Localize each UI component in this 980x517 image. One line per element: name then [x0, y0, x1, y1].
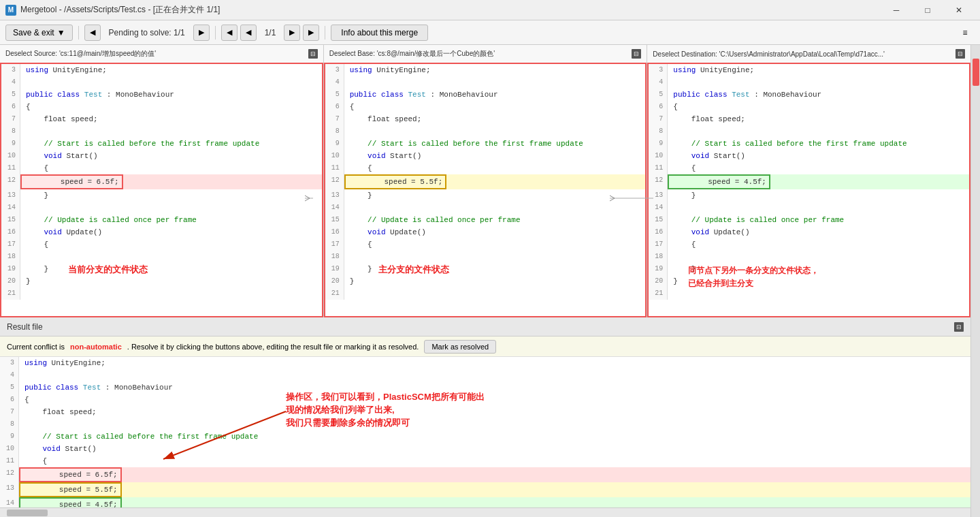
- dest-header-text: Deselect Destination: 'C:\Users\Administ…: [653, 50, 885, 58]
- code-line: 14: [325, 202, 646, 214]
- result-line-highlight-yellow: 13 speed = 5.5f;: [0, 482, 970, 497]
- base-code-content[interactable]: 3using UnityEngine; 4 5public class Test…: [324, 64, 647, 317]
- code-line: 6{: [649, 101, 969, 113]
- save-exit-label: Save & exit: [13, 28, 54, 37]
- close-button[interactable]: ✕: [943, 0, 975, 20]
- code-line: 14: [1, 202, 322, 214]
- result-line: 3using UnityEngine;: [0, 357, 970, 369]
- code-line: 8: [1, 125, 322, 138]
- scroll-thumb-vertical: [973, 59, 979, 86]
- result-line: 7 float speed;: [0, 406, 970, 418]
- maximize-button[interactable]: □: [912, 0, 943, 20]
- code-line: 20}: [1, 275, 322, 287]
- toolbar: Save & exit ▼ ◀ Pending to solve: 1/1 ▶ …: [0, 20, 980, 45]
- code-line: 19 }: [1, 263, 322, 275]
- next-button[interactable]: ▶: [284, 25, 300, 41]
- hamburger-icon[interactable]: ≡: [956, 23, 975, 42]
- prev-button[interactable]: ◀: [221, 25, 238, 41]
- code-line: 10 void Start(): [1, 150, 322, 162]
- code-line: 18: [325, 251, 646, 263]
- save-exit-button[interactable]: Save & exit ▼: [5, 25, 73, 41]
- source-panel-toggle[interactable]: ⊟: [308, 49, 318, 59]
- result-line: 4: [0, 369, 970, 381]
- non-automatic-badge: non-automatic: [70, 343, 122, 351]
- code-line: 6{: [1, 101, 322, 113]
- window-title: Mergetool - /Assets/Scripts/Test.cs - [正…: [20, 4, 881, 16]
- dest-panel: Deselect Destination: 'C:\Users\Administ…: [647, 45, 970, 317]
- code-line: 16 void Update(): [1, 226, 322, 238]
- dest-code-content[interactable]: 3using UnityEngine; 4 5public class Test…: [647, 64, 970, 317]
- code-line: 7 float speed;: [325, 113, 646, 125]
- code-line: 8: [325, 125, 646, 138]
- result-line: 6{: [0, 394, 970, 406]
- conflict-text: Current conflict is: [7, 343, 65, 351]
- dest-panel-toggle[interactable]: ⊟: [956, 49, 965, 59]
- code-line: 21: [325, 287, 646, 300]
- code-line: 11 {: [649, 162, 969, 174]
- separator: [78, 26, 79, 40]
- code-line: 3using UnityEngine;: [1, 64, 322, 76]
- code-line: 15 // Update is called once per frame: [1, 214, 322, 226]
- source-code-content[interactable]: 3using UnityEngine; 4 5public class Test…: [0, 64, 323, 317]
- source-header-text: Deselect Source: 'cs:11@/main/增加speed的的值…: [5, 49, 156, 59]
- base-panel-header: Deselect Base: 'cs:8@/main/修改最后一个Cube的颜色…: [324, 45, 647, 64]
- code-line: 7 float speed;: [1, 113, 322, 125]
- window-controls: ─ □ ✕: [881, 0, 975, 20]
- back-button[interactable]: ◀: [84, 25, 101, 41]
- code-line: 4: [325, 76, 646, 89]
- code-line: 9 // Start is called before the first fr…: [325, 138, 646, 150]
- base-panel-toggle[interactable]: ⊟: [632, 49, 641, 59]
- forward-button[interactable]: ▶: [193, 25, 210, 41]
- base-annotation: 主分支的文件状态: [378, 264, 449, 277]
- minimize-button[interactable]: ─: [881, 0, 912, 20]
- code-line: 10 void Start(): [325, 150, 646, 162]
- code-line: 21: [1, 287, 322, 300]
- content-area: Deselect Source: 'cs:11@/main/增加speed的的值…: [0, 45, 970, 517]
- code-line: 5public class Test : MonoBehaviour: [649, 89, 969, 101]
- mark-resolved-button[interactable]: Mark as resolved: [424, 340, 496, 354]
- result-title: Result file: [7, 322, 43, 332]
- result-horizontal-scrollbar[interactable]: [0, 507, 970, 517]
- prev2-button[interactable]: ◀: [240, 25, 257, 41]
- result-code-content[interactable]: 3using UnityEngine; 4 5public class Test…: [0, 357, 970, 507]
- code-line-highlight: 12 speed = 4.5f;: [649, 174, 969, 189]
- code-line: 11 {: [1, 162, 322, 174]
- resolve-instruction: . Resolve it by clicking the buttons abo…: [127, 343, 419, 351]
- code-line: 13 }: [649, 189, 969, 202]
- code-line-highlight: 12 speed = 6.5f;: [1, 174, 322, 189]
- result-line-highlight-green: 14 speed = 4.5f;: [0, 497, 970, 507]
- code-line: 4: [649, 76, 969, 89]
- source-annotation: 当前分支的文件状态: [68, 264, 148, 277]
- code-line: 15 // Update is called once per frame: [649, 214, 969, 226]
- vertical-scrollbar[interactable]: [970, 45, 980, 517]
- base-header-text: Deselect Base: 'cs:8@/main/修改最后一个Cube的颜色…: [329, 49, 495, 59]
- code-line: 8: [649, 125, 969, 138]
- titlebar: M Mergetool - /Assets/Scripts/Test.cs - …: [0, 0, 980, 20]
- code-line: 20}: [325, 275, 646, 287]
- dropdown-arrow-icon: ▼: [57, 28, 65, 37]
- source-panel: Deselect Source: 'cs:11@/main/增加speed的的值…: [0, 45, 324, 317]
- code-line: 17 {: [325, 238, 646, 251]
- result-line: 11 {: [0, 455, 970, 467]
- app-icon: M: [5, 5, 16, 16]
- result-panel-toggle[interactable]: ⊟: [954, 322, 964, 332]
- source-panel-header: Deselect Source: 'cs:11@/main/增加speed的的值…: [0, 45, 323, 64]
- next2-button[interactable]: ▶: [303, 25, 319, 41]
- result-line: 5public class Test : MonoBehaviour: [0, 381, 970, 394]
- code-line: 17 {: [649, 238, 969, 251]
- diff-panels: Deselect Source: 'cs:11@/main/增加speed的的值…: [0, 45, 970, 317]
- main-wrapper: Deselect Source: 'cs:11@/main/增加speed的的值…: [0, 45, 980, 517]
- code-line: 3using UnityEngine;: [325, 64, 646, 76]
- base-panel: Deselect Base: 'cs:8@/main/修改最后一个Cube的颜色…: [324, 45, 648, 317]
- pending-label: Pending to solve: 1/1: [103, 28, 191, 37]
- dest-panel-header: Deselect Destination: 'C:\Users\Administ…: [647, 45, 970, 64]
- code-line: 10 void Start(): [649, 150, 969, 162]
- info-merge-button[interactable]: Info about this merge: [331, 25, 428, 41]
- code-line: 19 }: [325, 263, 646, 275]
- code-line: 5public class Test : MonoBehaviour: [325, 89, 646, 101]
- code-line: 13 }: [1, 189, 322, 202]
- code-line: 18: [1, 251, 322, 263]
- code-line: 16 void Update(): [325, 226, 646, 238]
- scroll-thumb: [7, 510, 48, 516]
- code-line: 13 }: [325, 189, 646, 202]
